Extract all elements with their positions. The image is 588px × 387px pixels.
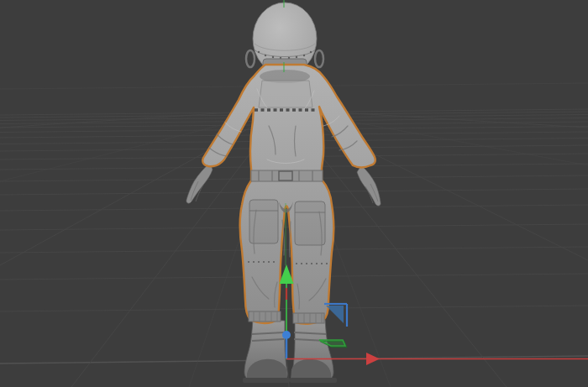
- helmet-ring-right: [315, 50, 323, 67]
- glove-right[interactable]: [357, 165, 381, 206]
- viewport-canvas[interactable]: [0, 0, 588, 387]
- grid-line-major: [0, 360, 286, 363]
- plane-handle-xy[interactable]: [326, 306, 344, 323]
- glove-left[interactable]: [186, 163, 213, 203]
- boot-left[interactable]: [243, 319, 290, 383]
- helmet-ring-left: [246, 50, 255, 67]
- z-axis-handle[interactable]: [282, 331, 291, 339]
- 3d-viewport[interactable]: [0, 0, 588, 387]
- boot-right[interactable]: [290, 319, 337, 383]
